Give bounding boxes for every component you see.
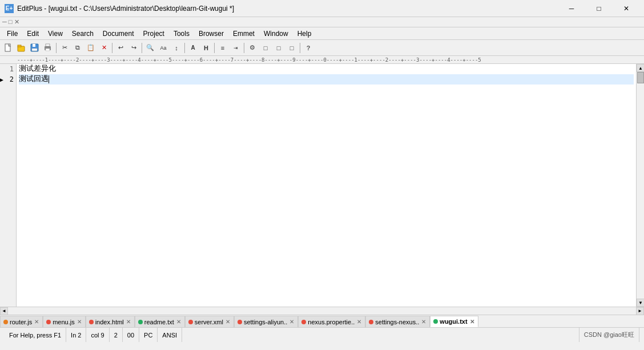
menu-bar: File Edit View Search Document Project T… — [0, 27, 644, 40]
svg-rect-7 — [46, 44, 50, 46]
sub-menu-bar: ─ □ ✕ — [0, 17, 644, 27]
tab-wugui-txt[interactable]: wugui.txt ✕ — [430, 316, 478, 327]
toolbar-cut[interactable]: ✂ — [58, 42, 71, 54]
editor-area: 1 ▶ 2 测试差异化 测试回遇 ▲ ▼ — [0, 64, 644, 315]
toolbar-undo[interactable]: ↩ — [114, 42, 127, 54]
tab-icon-readme — [138, 320, 143, 324]
line-numbers: 1 ▶ 2 — [0, 64, 17, 307]
ruler: ----+----1----+----2----+----3----+----4… — [0, 56, 644, 64]
status-help: For Help, press F1 — [5, 328, 66, 342]
tab-close-settings-nexus[interactable]: ✕ — [421, 318, 426, 325]
scroll-left-btn[interactable]: ◄ — [0, 307, 8, 315]
toolbar-tab[interactable]: ⇥ — [230, 42, 242, 54]
scroll-down-btn[interactable]: ▼ — [637, 299, 644, 307]
tab-label-menu: menu.js — [53, 319, 75, 325]
tab-close-wugui[interactable]: ✕ — [469, 318, 475, 325]
tab-close-index[interactable]: ✕ — [126, 318, 131, 325]
svg-rect-5 — [32, 49, 37, 51]
ruler-text: ----+----1----+----2----+----3----+----4… — [17, 57, 481, 63]
tab-close-aliyun[interactable]: ✕ — [289, 318, 295, 325]
tab-nexus-prop[interactable]: nexus.propertie.. ✕ — [298, 316, 365, 327]
toolbar-new[interactable] — [2, 42, 15, 54]
sub-menu-controls: ─ □ ✕ — [2, 18, 19, 26]
toolbar-delete[interactable]: ✕ — [98, 42, 110, 54]
toolbar-config[interactable]: ⚙ — [246, 42, 259, 54]
status-col: col 9 — [86, 328, 109, 342]
menu-browser[interactable]: Browser — [194, 29, 228, 39]
scrollbar-horizontal[interactable]: ◄ ► — [0, 307, 644, 315]
line-num-row-2: ▶ 2 — [0, 74, 16, 85]
tab-router-js[interactable]: router.js ✕ — [0, 316, 43, 327]
tab-settings-nexus[interactable]: settings-nexus.. ✕ — [365, 316, 430, 327]
toolbar-btn2[interactable]: □ — [272, 42, 285, 54]
app-icon: E+ — [5, 4, 14, 13]
tab-settings-aliyun[interactable]: settings-aliyun.. ✕ — [234, 316, 298, 327]
toolbar-save[interactable] — [29, 42, 41, 54]
toolbar-replace[interactable]: Aa — [157, 42, 170, 54]
menu-project[interactable]: Project — [139, 29, 169, 39]
menu-search[interactable]: Search — [67, 29, 98, 39]
tab-close-server[interactable]: ✕ — [225, 318, 231, 325]
scroll-thumb-v[interactable] — [637, 72, 644, 83]
tab-server-xml[interactable]: server.xml ✕ — [185, 316, 234, 327]
status-encoding: ANSI — [158, 328, 182, 342]
menu-window[interactable]: Window — [259, 29, 293, 39]
tab-close-router[interactable]: ✕ — [34, 318, 39, 325]
tab-label-settings-nexus: settings-nexus.. — [375, 319, 419, 325]
tab-close-nexus[interactable]: ✕ — [356, 318, 362, 325]
tab-readme-txt[interactable]: readme.txt ✕ — [135, 316, 185, 327]
close-button[interactable]: ✕ — [613, 3, 639, 14]
tab-menu-js[interactable]: menu.js ✕ — [43, 316, 86, 327]
toolbar-find[interactable]: 🔍 — [144, 42, 156, 54]
menu-file[interactable]: File — [2, 29, 22, 39]
tab-icon-index — [89, 320, 94, 324]
toolbar-help[interactable]: ? — [302, 42, 315, 54]
window-controls: ─ □ ✕ — [558, 3, 639, 14]
toolbar-wordwrap[interactable]: ≡ — [216, 42, 229, 54]
status-mode: PC — [139, 328, 158, 342]
menu-emmet[interactable]: Emmet — [228, 29, 259, 39]
tab-label-nexus: nexus.propertie.. — [308, 319, 355, 325]
status-byte: 00 — [123, 328, 139, 342]
menu-edit[interactable]: Edit — [22, 29, 43, 39]
menu-help[interactable]: Help — [293, 29, 316, 39]
toolbar-cliptext[interactable]: A — [187, 42, 199, 54]
tab-label-router: router.js — [10, 319, 32, 325]
line-num-row-1: 1 — [0, 64, 16, 74]
maximize-button[interactable]: □ — [586, 3, 612, 14]
toolbar-btn3[interactable]: □ — [285, 42, 298, 54]
scrollbar-vertical[interactable]: ▲ ▼ — [636, 64, 644, 307]
tab-index-html[interactable]: index.html ✕ — [86, 316, 135, 327]
tab-close-readme[interactable]: ✕ — [176, 318, 182, 325]
status-sel: 2 — [110, 328, 123, 342]
window-title: EditPlus - [wugui.txt - C:\Users\Adminis… — [17, 5, 234, 13]
svg-rect-4 — [33, 44, 35, 47]
editor-content[interactable]: 测试差异化 测试回遇 — [17, 64, 636, 307]
toolbar-redo[interactable]: ↪ — [127, 42, 140, 54]
svg-rect-2 — [18, 45, 21, 47]
toolbar-header[interactable]: H — [200, 42, 212, 54]
tab-label-wugui: wugui.txt — [440, 318, 467, 325]
tab-label-index: index.html — [95, 319, 124, 325]
toolbar-btn1[interactable]: □ — [259, 42, 272, 54]
toolbar-open[interactable] — [15, 42, 28, 54]
minimize-button[interactable]: ─ — [558, 3, 585, 14]
toolbar-paste[interactable]: 📋 — [84, 42, 97, 54]
scroll-track-h — [8, 307, 636, 315]
toolbar-goto[interactable]: ↕ — [170, 42, 183, 54]
menu-view[interactable]: View — [43, 29, 67, 39]
line-number-2: 2 — [6, 75, 16, 83]
tab-icon-menu — [46, 320, 51, 324]
line-arrow-2: ▶ — [0, 77, 6, 83]
menu-document[interactable]: Document — [98, 29, 139, 39]
toolbar-print[interactable] — [42, 42, 54, 54]
tab-close-menu[interactable]: ✕ — [77, 318, 82, 325]
scroll-up-btn[interactable]: ▲ — [637, 64, 644, 72]
line-1-text: 测试差异化 — [19, 64, 56, 74]
scroll-right-btn[interactable]: ► — [636, 307, 644, 315]
editor-main: 1 ▶ 2 测试差异化 测试回遇 ▲ ▼ — [0, 64, 644, 307]
menu-tools[interactable]: Tools — [169, 29, 194, 39]
line-2-text: 测试回遇 — [19, 74, 49, 85]
tab-icon-server — [188, 320, 193, 324]
toolbar-copy[interactable]: ⧉ — [71, 42, 84, 54]
